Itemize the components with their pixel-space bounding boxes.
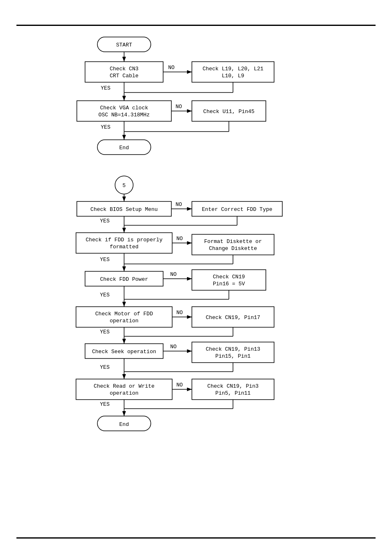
end1-label: End bbox=[119, 145, 129, 151]
cn19-power-line1: Check CN19 bbox=[213, 274, 245, 280]
motor-no: NO bbox=[176, 310, 183, 316]
top-border bbox=[16, 25, 376, 26]
bios-no: NO bbox=[175, 201, 182, 208]
format-yes: YES bbox=[100, 257, 110, 263]
right1-line2: L10, L9 bbox=[222, 73, 244, 79]
rw-no: NO bbox=[176, 382, 183, 388]
box2-line2: OSC NB=14.318MHz bbox=[99, 112, 150, 118]
rw-box bbox=[76, 379, 172, 400]
box2-line1: Check VGA clock bbox=[100, 105, 148, 111]
format-no: NO bbox=[176, 236, 183, 242]
page: START Check CN3 CRT Cable NO Check L19, … bbox=[0, 0, 392, 555]
fdd-format-box bbox=[76, 233, 172, 253]
bios-yes: YES bbox=[100, 218, 110, 224]
cn19-seek-line2: Pin15, Pin1 bbox=[215, 353, 251, 359]
circle-label: 5 bbox=[122, 183, 126, 189]
box1-line1: Check CN3 bbox=[110, 66, 138, 72]
right-cn19-seek bbox=[192, 342, 274, 363]
fdd-format-line2: formatted bbox=[110, 244, 138, 250]
diskette-line1: Format Diskette or bbox=[204, 238, 262, 245]
no2-label: NO bbox=[175, 104, 182, 110]
end2-label: End bbox=[119, 421, 129, 428]
motor-yes: YES bbox=[100, 329, 110, 335]
power-no: NO bbox=[170, 271, 177, 278]
rw-yes: YES bbox=[100, 401, 110, 407]
right1-box bbox=[192, 62, 274, 82]
rw-line2: operation bbox=[110, 390, 138, 396]
cn19-power-line2: Pin16 = 5V bbox=[213, 281, 245, 287]
box1 bbox=[85, 62, 163, 82]
seek-no: NO bbox=[170, 344, 177, 350]
motor-line2: operation bbox=[110, 318, 138, 324]
right-cn19-power bbox=[192, 270, 266, 290]
yes1-label: YES bbox=[101, 85, 111, 91]
fdd-power-label: Check FDD Power bbox=[100, 276, 148, 282]
fdd-type-label: Enter Correct FDD Type bbox=[202, 206, 272, 213]
motor-box bbox=[76, 307, 172, 327]
right-diskette bbox=[192, 234, 274, 255]
fdd-format-line1: Check if FDD is properly bbox=[85, 237, 162, 243]
bios-label: Check BIOS Setup Menu bbox=[90, 206, 158, 213]
seek-label: Check Seek operation bbox=[92, 349, 156, 355]
motor-line1: Check Motor of FDD bbox=[95, 311, 153, 317]
box2 bbox=[77, 101, 171, 121]
power-yes: YES bbox=[100, 292, 110, 298]
rw-line1: Check Read or Write bbox=[94, 383, 154, 389]
cn19-rw-line1: Check CN19, Pin3 bbox=[208, 383, 259, 389]
cn19-seek-line1: Check CN19, Pin13 bbox=[206, 346, 261, 352]
right-cn19-rw bbox=[192, 379, 274, 400]
no1-label: NO bbox=[168, 65, 175, 71]
cn19-pin17-label: Check CN19, Pin17 bbox=[206, 314, 261, 321]
start-label: START bbox=[116, 42, 132, 48]
right2-line1: Check U11, Pin45 bbox=[203, 109, 255, 115]
box1-line2: CRT Cable bbox=[110, 73, 138, 79]
seek-yes: YES bbox=[100, 364, 110, 370]
yes2-label: YES bbox=[101, 124, 111, 130]
cn19-rw-line2: Pin5, Pin11 bbox=[215, 390, 251, 396]
diskette-line2: Change Diskette bbox=[209, 245, 257, 252]
right1-line1: Check L19, L20, L21 bbox=[203, 66, 263, 72]
